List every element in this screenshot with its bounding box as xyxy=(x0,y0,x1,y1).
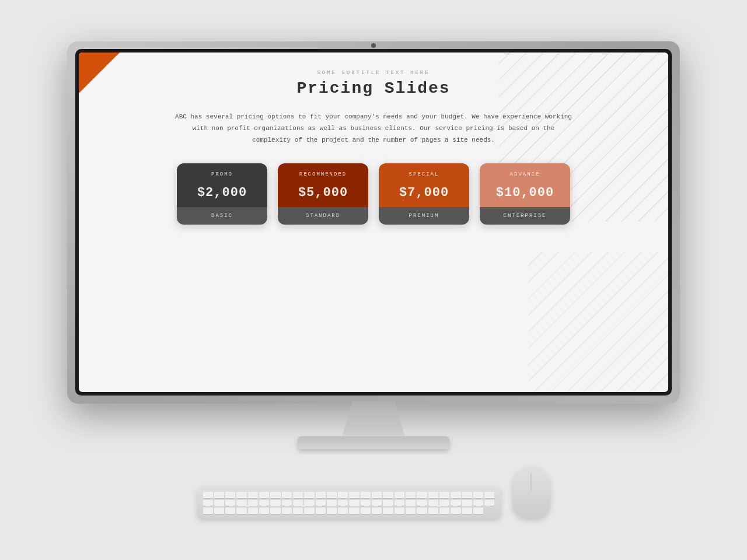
card-special-footer: PREMIUM xyxy=(379,207,469,225)
key xyxy=(225,508,235,514)
key xyxy=(361,500,371,507)
card-recommended-tier: RECOMMENDED xyxy=(299,172,347,177)
key xyxy=(316,492,326,499)
key xyxy=(473,500,483,507)
key xyxy=(236,508,246,514)
key xyxy=(214,500,224,507)
pricing-card-special: SPECIAL $7,000 PREMIUM xyxy=(379,163,469,225)
key xyxy=(383,500,393,507)
key xyxy=(327,492,337,499)
card-promo-footer: BASIC xyxy=(177,207,267,225)
monitor-bezel: SOME SUBTITLE TEXT HERE Pricing Slides A… xyxy=(75,49,672,396)
card-promo-tier: PROMO xyxy=(211,172,233,177)
card-promo-price: $2,000 xyxy=(197,186,247,200)
card-recommended-plan: STANDARD xyxy=(284,213,362,219)
key xyxy=(484,500,494,507)
key xyxy=(349,492,359,499)
key xyxy=(304,500,314,507)
key xyxy=(304,508,314,514)
key xyxy=(225,492,235,499)
pricing-card-advance: ADVANCE $10,000 ENTERPRISE xyxy=(480,163,570,225)
key xyxy=(259,500,269,507)
key xyxy=(327,508,337,514)
key xyxy=(451,492,460,499)
keyboard-keys xyxy=(203,492,495,514)
card-special-tier: SPECIAL xyxy=(409,172,439,177)
key xyxy=(214,492,224,499)
key xyxy=(203,492,213,499)
key xyxy=(395,508,404,514)
key xyxy=(349,508,359,514)
key xyxy=(203,500,213,507)
key xyxy=(282,500,292,507)
key xyxy=(395,492,404,499)
key xyxy=(338,508,348,514)
key xyxy=(203,508,213,514)
key xyxy=(417,508,427,514)
key xyxy=(383,508,393,514)
key xyxy=(383,492,393,499)
keyboard xyxy=(197,487,501,519)
key xyxy=(484,492,494,499)
key xyxy=(293,500,303,507)
pricing-card-recommended: RECOMMENDED $5,000 STANDARD xyxy=(278,163,368,225)
key xyxy=(316,508,326,514)
card-special-price: $7,000 xyxy=(399,186,449,200)
key xyxy=(338,500,348,507)
key xyxy=(316,500,326,507)
key xyxy=(349,500,359,507)
key xyxy=(248,508,258,514)
monitor: SOME SUBTITLE TEXT HERE Pricing Slides A… xyxy=(67,41,680,404)
key xyxy=(473,508,483,514)
key xyxy=(439,508,449,514)
card-advance-footer: ENTERPRISE xyxy=(480,207,570,225)
key xyxy=(214,508,224,514)
key xyxy=(236,492,246,499)
key xyxy=(406,492,416,499)
card-recommended-header: RECOMMENDED $5,000 xyxy=(278,163,368,207)
key xyxy=(361,508,371,514)
card-promo-header: PROMO $2,000 xyxy=(177,163,267,207)
pricing-card-promo: PROMO $2,000 BASIC xyxy=(177,163,267,225)
key xyxy=(417,500,427,507)
slide-description: ABC has several pricing options to fit y… xyxy=(175,111,572,146)
monitor-stand xyxy=(338,401,409,436)
mouse xyxy=(512,467,550,519)
card-special-plan: PREMIUM xyxy=(385,213,463,219)
key xyxy=(282,492,292,499)
key xyxy=(428,500,438,507)
card-advance-tier: ADVANCE xyxy=(510,172,540,177)
key xyxy=(372,492,382,499)
key xyxy=(225,500,235,507)
card-advance-price: $10,000 xyxy=(496,186,554,200)
pricing-cards-container: PROMO $2,000 BASIC RECOMMENDED $5,00 xyxy=(177,163,570,225)
key xyxy=(338,492,348,499)
card-recommended-price: $5,000 xyxy=(298,186,348,200)
key xyxy=(293,508,303,514)
card-special-header: SPECIAL $7,000 xyxy=(379,163,469,207)
key xyxy=(439,492,449,499)
key xyxy=(406,500,416,507)
key xyxy=(270,500,280,507)
key xyxy=(451,508,460,514)
key xyxy=(395,500,404,507)
key xyxy=(372,500,382,507)
key xyxy=(462,508,472,514)
key xyxy=(293,492,303,499)
scene: SOME SUBTITLE TEXT HERE Pricing Slides A… xyxy=(53,41,694,519)
key xyxy=(428,492,438,499)
card-advance-header: ADVANCE $10,000 xyxy=(480,163,570,207)
key xyxy=(248,500,258,507)
key xyxy=(270,492,280,499)
key xyxy=(259,508,269,514)
key xyxy=(473,492,483,499)
camera-dot xyxy=(371,43,376,48)
key xyxy=(451,500,460,507)
key xyxy=(439,500,449,507)
slide-subtitle: SOME SUBTITLE TEXT HERE xyxy=(317,70,430,76)
peripherals xyxy=(197,449,550,519)
slide-title: Pricing Slides xyxy=(296,79,450,97)
monitor-stand-assembly xyxy=(197,401,550,519)
key xyxy=(270,508,280,514)
card-recommended-footer: STANDARD xyxy=(278,207,368,225)
